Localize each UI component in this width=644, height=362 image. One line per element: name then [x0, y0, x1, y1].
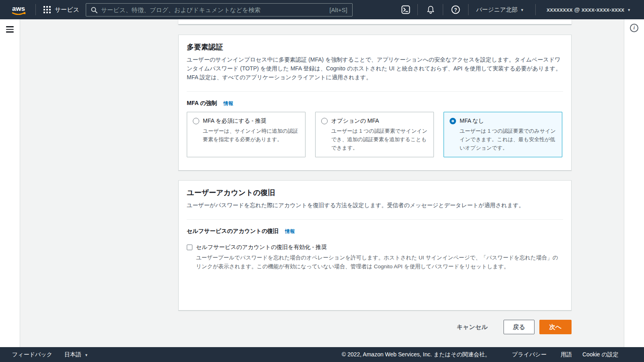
mfa-section-body: MFA の強制 情報 MFA を必須にする - 推奨 ユーザーは、サインイン時に… [179, 92, 571, 157]
radio-unselected-icon[interactable] [321, 118, 328, 124]
privacy-link[interactable]: プライバシー [512, 347, 547, 362]
radio-unselected-icon[interactable] [193, 118, 199, 124]
services-label: サービス [55, 6, 79, 14]
wizard-action-bar: キャンセル 戻る 次へ [178, 320, 572, 334]
notifications-bell-button[interactable] [426, 5, 436, 14]
app-grid-icon [43, 6, 51, 14]
search-input[interactable] [101, 6, 326, 13]
mfa-info-link[interactable]: 情報 [223, 100, 233, 107]
global-search[interactable]: [Alt+S] [86, 3, 353, 16]
mfa-section-panel: 多要素認証 ユーザーのサインインプロセス中に多要素認証 (MFA) を強制するこ… [178, 35, 572, 171]
services-menu-button[interactable]: サービス [40, 0, 83, 19]
feedback-link[interactable]: フィードバック [12, 347, 52, 362]
cancel-button[interactable]: キャンセル [453, 320, 492, 334]
svg-text:aws: aws [12, 5, 25, 12]
chevron-down-icon: ▼ [85, 353, 88, 357]
search-shortcut-hint: [Alt+S] [329, 6, 347, 13]
mfa-section-header: 多要素認証 ユーザーのサインインプロセス中に多要素認証 (MFA) を強制するこ… [179, 35, 571, 92]
self-service-recovery-checkbox[interactable] [187, 245, 192, 250]
back-button[interactable]: 戻る [504, 320, 534, 334]
recovery-info-link[interactable]: 情報 [285, 228, 295, 235]
recovery-section-title: ユーザーアカウントの復旧 [187, 188, 563, 197]
left-navigation-rail [0, 19, 20, 347]
svg-text:?: ? [454, 7, 457, 13]
account-menu[interactable]: xxxxxxxx @ xxxx-xxxx-xxxx ▼ [547, 0, 631, 19]
mfa-section-title: 多要素認証 [187, 42, 563, 52]
mfa-option-optional[interactable]: オプションの MFA ユーザーは 1 つの認証要素でサインインでき、追加の認証要… [315, 112, 434, 157]
recovery-section-header: ユーザーアカウントの復旧 ユーザーがパスワードを忘れた際にアカウントを復旧する方… [179, 181, 571, 220]
next-button[interactable]: 次へ [539, 320, 572, 334]
top-navigation-bar: aws サービス [0, 0, 644, 19]
region-selector[interactable]: バージニア北部 ▼ [476, 0, 524, 19]
mfa-option-require[interactable]: MFA を必須にする - 推奨 ユーザーは、サインイン時に追加の認証要素を指定す… [187, 112, 305, 157]
aws-logo[interactable]: aws [10, 3, 28, 16]
account-recovery-section-panel: ユーザーアカウントの復旧 ユーザーがパスワードを忘れた際にアカウントを復旧する方… [178, 180, 572, 311]
self-service-recovery-label: セルフサービスのアカウントの復旧 [187, 228, 279, 235]
console-footer: フィードバック 日本語 ▼ © 2022, Amazon Web Service… [0, 347, 644, 362]
aws-console-page: aws サービス [0, 0, 644, 362]
account-label: xxxxxxxx @ xxxx-xxxx-xxxx [547, 6, 624, 13]
nav-divider [417, 4, 418, 15]
nav-divider [443, 4, 443, 15]
self-service-recovery-checkbox-label: セルフサービスのアカウントの復旧を有効化 - 推奨 [196, 244, 327, 251]
self-service-recovery-checkbox-description: ユーザープールでパスワードを忘れた場合のオペレーションを許可します。ホストされた… [196, 253, 558, 271]
recovery-section-body: セルフサービスのアカウントの復旧 情報 セルフサービスのアカウントの復旧を有効化… [179, 220, 571, 271]
nav-divider [468, 4, 469, 15]
mfa-enforcement-label: MFA の強制 [187, 100, 217, 107]
info-panel-toggle-icon[interactable]: i [630, 24, 638, 32]
nav-divider [35, 4, 36, 15]
recovery-section-description: ユーザーがパスワードを忘れた際にアカウントを復旧する方法を設定します。受信者のメ… [187, 201, 563, 210]
radio-selected-icon[interactable] [450, 118, 456, 124]
chevron-down-icon: ▼ [627, 8, 631, 12]
copyright-text: © 2022, Amazon Web Services, Inc. またはその関… [342, 347, 491, 362]
chevron-down-icon: ▼ [520, 8, 524, 12]
region-label: バージニア北部 [476, 6, 518, 14]
previous-section-panel-edge [178, 19, 572, 25]
hamburger-menu-icon[interactable] [6, 26, 14, 33]
right-help-rail: i [624, 19, 644, 347]
search-icon [91, 7, 97, 13]
mfa-option-none[interactable]: MFA なし ユーザーは 1 つの認証要素でのみサインインできます。これは、最も… [444, 112, 562, 157]
help-button[interactable]: ? [451, 5, 460, 14]
language-selector[interactable]: 日本語 ▼ [64, 347, 88, 362]
mfa-option-tiles: MFA を必須にする - 推奨 ユーザーは、サインイン時に追加の認証要素を指定す… [187, 112, 563, 157]
cookie-settings-link[interactable]: Cookie の設定 [582, 347, 619, 362]
cloudshell-button[interactable] [401, 5, 411, 14]
nav-divider [535, 4, 536, 15]
terms-link[interactable]: 用語 [561, 347, 572, 362]
mfa-section-description: ユーザーのサインインプロセス中に多要素認証 (MFA) を強制することで、アプリ… [187, 55, 563, 82]
